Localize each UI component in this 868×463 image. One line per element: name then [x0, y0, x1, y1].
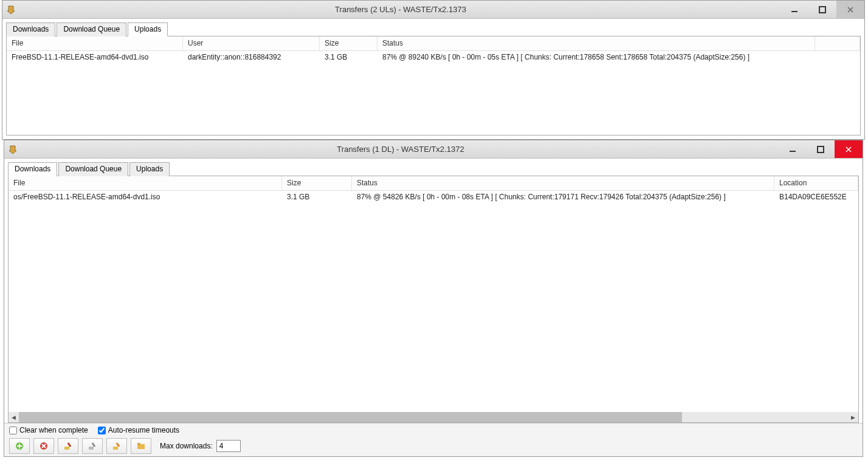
resume-button[interactable]	[106, 438, 127, 454]
cell-size: 3.1 GB	[282, 191, 352, 204]
svg-rect-1	[791, 11, 797, 12]
folder-icon	[136, 441, 146, 451]
svg-rect-2	[819, 7, 825, 13]
auto-checkbox-label: Auto-resume timeouts	[108, 426, 179, 434]
col-status[interactable]: Status	[377, 36, 815, 50]
tab-downloads[interactable]: Downloads	[6, 22, 55, 36]
tab-bar: Downloads Download Queue Uploads	[2, 19, 864, 36]
tab-uploads[interactable]: Uploads	[128, 22, 168, 36]
app-icon	[6, 5, 16, 15]
maximize-button[interactable]	[808, 1, 836, 18]
add-icon	[15, 441, 24, 451]
transfers-window-downloads: Transfers (1 DL) - WASTE/Tx2.1372 Downlo…	[4, 140, 863, 457]
broom-orange-icon	[112, 441, 122, 451]
max-downloads-label: Max downloads:	[160, 442, 213, 450]
col-spacer	[815, 36, 860, 50]
svg-marker-5	[9, 146, 16, 154]
tab-uploads[interactable]: Uploads	[129, 162, 170, 176]
scroll-right-arrow[interactable]: ▶	[848, 412, 858, 422]
toolbar: Max downloads:	[9, 438, 858, 454]
transfers-window-uploads: Transfers (2 ULs) - WASTE/Tx2.1373 Downl…	[2, 0, 865, 140]
remove-icon	[39, 441, 49, 451]
window-controls	[780, 1, 864, 18]
scroll-left-arrow[interactable]: ◀	[9, 412, 19, 422]
col-location[interactable]: Location	[774, 176, 858, 190]
clear-checkbox-label: Clear when complete	[19, 426, 88, 434]
tab-bar: Downloads Download Queue Uploads	[4, 159, 863, 176]
svg-rect-12	[17, 445, 22, 447]
broom-gray-icon	[88, 441, 97, 451]
auto-checkbox-input[interactable]	[98, 427, 106, 434]
broom-red-icon	[63, 441, 73, 451]
list-frame: File User Size Status FreeBSD-11.1-RELEA…	[6, 36, 861, 135]
minimize-button[interactable]	[780, 1, 808, 18]
window-controls	[779, 140, 863, 158]
options-row: Clear when complete Auto-resume timeouts	[9, 426, 858, 434]
cell-file: os/FreeBSD-11.1-RELEASE-amd64-dvd1.iso	[9, 191, 282, 204]
svg-rect-7	[818, 146, 824, 153]
cell-location: B14DA09CE6E552E	[774, 191, 858, 204]
close-button[interactable]	[836, 1, 864, 18]
cell-status: 87% @ 54826 KB/s [ 0h - 00m - 08s ETA ] …	[352, 191, 774, 204]
open-folder-button[interactable]	[131, 438, 151, 454]
col-status[interactable]: Status	[352, 176, 774, 190]
scroll-thumb[interactable]	[19, 412, 682, 422]
svg-line-19	[92, 443, 95, 447]
svg-line-21	[117, 443, 119, 447]
column-headers: File User Size Status	[7, 36, 860, 51]
clear-when-complete-checkbox[interactable]: Clear when complete	[9, 426, 88, 434]
tab-download-queue[interactable]: Download Queue	[57, 22, 126, 36]
list-body[interactable]: FreeBSD-11.1-RELEASE-amd64-dvd1.iso dark…	[7, 51, 860, 135]
add-button[interactable]	[9, 438, 30, 454]
cell-size: 3.1 GB	[320, 51, 377, 64]
svg-marker-0	[7, 6, 15, 14]
list-body[interactable]: os/FreeBSD-11.1-RELEASE-amd64-dvd1.iso 3…	[9, 191, 858, 412]
svg-rect-22	[137, 444, 145, 449]
svg-rect-16	[64, 447, 69, 450]
tab-downloads[interactable]: Downloads	[8, 162, 57, 176]
window-title: Transfers (2 ULs) - WASTE/Tx2.1373	[21, 5, 780, 14]
col-size[interactable]: Size	[320, 36, 377, 50]
horizontal-scrollbar[interactable]: ◀ ▶	[9, 412, 858, 422]
col-file[interactable]: File	[7, 36, 183, 50]
col-user[interactable]: User	[183, 36, 320, 50]
clear-checkbox-input[interactable]	[9, 427, 17, 434]
table-row[interactable]: os/FreeBSD-11.1-RELEASE-amd64-dvd1.iso 3…	[9, 191, 858, 204]
clear-all-button[interactable]	[82, 438, 103, 454]
col-file[interactable]: File	[9, 176, 282, 190]
svg-rect-6	[790, 151, 796, 152]
max-downloads-input[interactable]	[216, 440, 241, 452]
cell-user: darkEntity::anon::816884392	[183, 51, 320, 64]
titlebar[interactable]: Transfers (2 ULs) - WASTE/Tx2.1373	[2, 1, 864, 19]
tab-download-queue[interactable]: Download Queue	[58, 162, 128, 176]
cell-status: 87% @ 89240 KB/s [ 0h - 00m - 05s ETA ] …	[377, 51, 852, 64]
cell-file: FreeBSD-11.1-RELEASE-amd64-dvd1.iso	[7, 51, 183, 64]
remove-button[interactable]	[33, 438, 54, 454]
scroll-track[interactable]	[19, 412, 848, 422]
minimize-button[interactable]	[779, 140, 807, 158]
close-button[interactable]	[835, 140, 863, 158]
window-title: Transfers (1 DL) - WASTE/Tx2.1372	[22, 145, 779, 154]
clear-completed-button[interactable]	[58, 438, 78, 454]
table-row[interactable]: FreeBSD-11.1-RELEASE-amd64-dvd1.iso dark…	[7, 51, 860, 64]
titlebar[interactable]: Transfers (1 DL) - WASTE/Tx2.1372	[4, 140, 863, 159]
svg-rect-20	[113, 447, 118, 450]
svg-line-17	[68, 443, 71, 447]
bottom-bar: Clear when complete Auto-resume timeouts	[4, 423, 863, 456]
column-headers: File Size Status Location	[9, 176, 858, 191]
maximize-button[interactable]	[807, 140, 835, 158]
col-size[interactable]: Size	[282, 176, 352, 190]
svg-rect-23	[137, 443, 140, 445]
list-frame: File Size Status Location os/FreeBSD-11.…	[8, 176, 859, 423]
app-icon	[8, 145, 18, 154]
svg-rect-18	[89, 447, 94, 450]
auto-resume-checkbox[interactable]: Auto-resume timeouts	[98, 426, 179, 434]
